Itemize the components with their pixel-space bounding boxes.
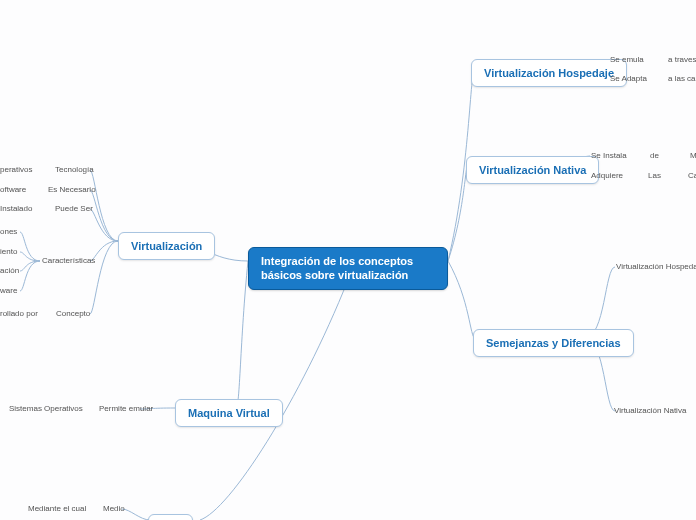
leaf-v-nativa: Virtualización Nativa xyxy=(614,406,686,415)
branch-virtualizacion[interactable]: Virtualización xyxy=(118,232,215,260)
leaf-a-las-car: a las car xyxy=(668,74,696,83)
leaf-se-adapta: Se Adapta xyxy=(610,74,647,83)
leaf-ones: ones xyxy=(0,227,17,236)
leaf-acion: ación xyxy=(0,266,19,275)
leaf-sistemas-op: Sistemas Operativos xyxy=(9,404,83,413)
leaf-de: de xyxy=(650,151,659,160)
leaf-las: Las xyxy=(648,171,661,180)
branch-nativa[interactable]: Virtualización Nativa xyxy=(466,156,599,184)
root-label: Integración de los conceptos básicos sob… xyxy=(261,255,413,281)
branch-bottom-partial[interactable] xyxy=(148,514,193,520)
root-node[interactable]: Integración de los conceptos básicos sob… xyxy=(248,247,448,290)
branch-hospedaje[interactable]: Virtualización Hospedaje xyxy=(471,59,627,87)
leaf-iento: iento xyxy=(0,247,17,256)
branch-label: Virtualización xyxy=(131,240,202,252)
leaf-concepto: Concepto xyxy=(56,309,90,318)
branch-label: Semejanzas y Diferencias xyxy=(486,337,621,349)
leaf-v-hospedada: Virtualización Hospedada xyxy=(616,262,696,271)
leaf-mediante: Mediante el cual xyxy=(28,504,86,513)
leaf-ca: Ca xyxy=(688,171,696,180)
leaf-caracteristicas: Características xyxy=(42,256,95,265)
branch-label: Maquina Virtual xyxy=(188,407,270,419)
branch-maquina-virtual[interactable]: Maquina Virtual xyxy=(175,399,283,427)
branch-semejanzas[interactable]: Semejanzas y Diferencias xyxy=(473,329,634,357)
leaf-adquiere: Adquiere xyxy=(591,171,623,180)
leaf-instalado: Instalado xyxy=(0,204,32,213)
leaf-a-traves: a traves d xyxy=(668,55,696,64)
leaf-ware: ware xyxy=(0,286,17,295)
leaf-puede-ser: Puede Ser xyxy=(55,204,93,213)
branch-label: Virtualización Nativa xyxy=(479,164,586,176)
leaf-permite-emular: Permite emular xyxy=(99,404,153,413)
leaf-se-instala: Se Instala xyxy=(591,151,627,160)
leaf-medio: Medio xyxy=(103,504,125,513)
leaf-software: oftware xyxy=(0,185,26,194)
leaf-tecnologia: Tecnología xyxy=(55,165,94,174)
leaf-rollado: rollado por xyxy=(0,309,38,318)
leaf-se-emula: Se emula xyxy=(610,55,644,64)
leaf-es-necesario: Es Necesario xyxy=(48,185,96,194)
leaf-m: M xyxy=(690,151,696,160)
leaf-operativos: perativos xyxy=(0,165,32,174)
branch-label: Virtualización Hospedaje xyxy=(484,67,614,79)
